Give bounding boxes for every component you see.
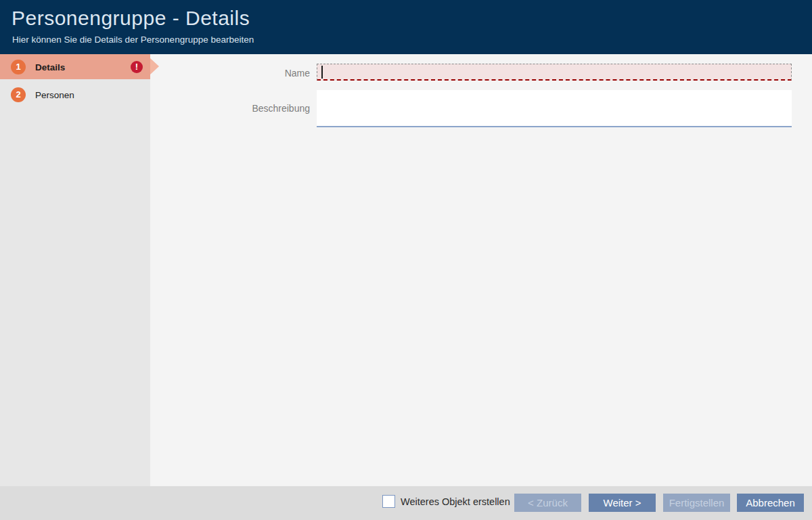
step-number-badge: 2 xyxy=(11,87,26,102)
create-another-label[interactable]: Weiteres Objekt erstellen xyxy=(401,496,510,507)
step-number-badge: 1 xyxy=(11,60,26,74)
active-step-arrow-icon xyxy=(150,58,159,74)
step-item-personen[interactable]: 2 Personen xyxy=(0,83,150,106)
page-title: Personengruppe - Details xyxy=(12,7,250,30)
back-button[interactable]: < Zurück xyxy=(514,494,581,512)
wizard-step-sidebar: 1 Details ! 2 Personen xyxy=(0,54,150,486)
next-button[interactable]: Weiter > xyxy=(589,494,656,512)
create-another-checkbox[interactable] xyxy=(382,495,395,508)
page-subtitle: Hier können Sie die Details der Personen… xyxy=(12,35,254,45)
step-item-details[interactable]: 1 Details ! xyxy=(0,54,150,79)
wizard-footer-bar: Weiteres Objekt erstellen < Zurück Weite… xyxy=(0,486,812,520)
step-label-details: Details xyxy=(35,62,65,72)
text-cursor xyxy=(321,66,323,79)
step-label-personen: Personen xyxy=(35,89,74,100)
finish-button[interactable]: Fertigstellen xyxy=(663,494,730,512)
validation-error-icon: ! xyxy=(131,61,143,73)
name-input[interactable] xyxy=(317,64,792,81)
name-field-wrapper xyxy=(317,64,792,81)
description-textarea[interactable] xyxy=(317,90,792,127)
name-field-label: Name xyxy=(196,68,310,79)
cancel-button[interactable]: Abbrechen xyxy=(737,494,804,512)
description-field-label: Beschreibung xyxy=(196,103,310,114)
wizard-header: Personengruppe - Details Hier können Sie… xyxy=(0,0,812,54)
